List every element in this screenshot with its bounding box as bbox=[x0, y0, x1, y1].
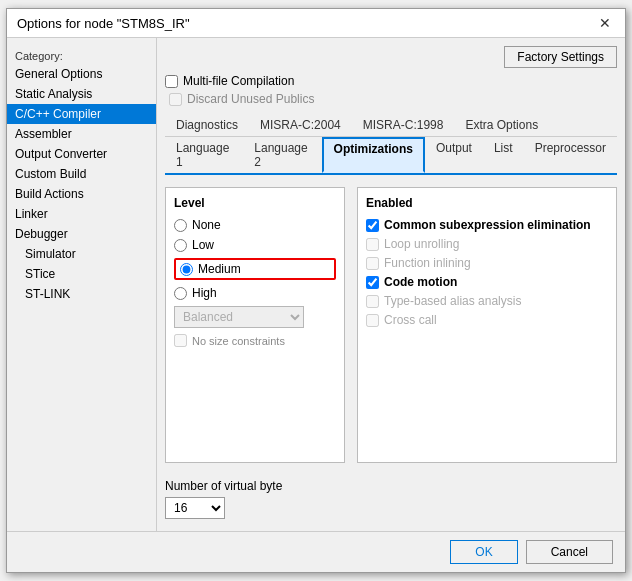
virtual-byte-select[interactable]: 16 32 64 bbox=[165, 497, 225, 519]
level-medium-label: Medium bbox=[198, 262, 241, 276]
tab-misra2004[interactable]: MISRA-C:2004 bbox=[249, 114, 352, 136]
enabled-panel: Enabled Common subexpression elimination… bbox=[357, 187, 617, 463]
check-alias-row: Type-based alias analysis bbox=[366, 294, 608, 308]
close-button[interactable]: ✕ bbox=[595, 15, 615, 31]
code-motion-checkbox[interactable] bbox=[366, 276, 379, 289]
sidebar-item-static-analysis[interactable]: Static Analysis bbox=[7, 84, 156, 104]
level-high-row: High bbox=[174, 286, 336, 300]
sidebar-item-st-link[interactable]: ST-LINK bbox=[7, 284, 156, 304]
no-size-checkbox[interactable] bbox=[174, 334, 187, 347]
dialog-footer: OK Cancel bbox=[7, 531, 625, 572]
cross-call-label: Cross call bbox=[384, 313, 437, 327]
enabled-title: Enabled bbox=[366, 196, 608, 210]
level-none-label: None bbox=[192, 218, 221, 232]
tabs-row2: Language 1 Language 2 Optimizations Outp… bbox=[165, 137, 617, 175]
check-loop-row: Loop unrolling bbox=[366, 237, 608, 251]
check-cse-row: Common subexpression elimination bbox=[366, 218, 608, 232]
multifile-row: Multi-file Compilation bbox=[165, 74, 617, 88]
discard-row: Discard Unused Publics bbox=[165, 92, 617, 106]
virtual-byte-label: Number of virtual byte bbox=[165, 479, 617, 493]
level-low-row: Low bbox=[174, 238, 336, 252]
function-checkbox[interactable] bbox=[366, 257, 379, 270]
tab-list[interactable]: List bbox=[483, 137, 524, 173]
level-none-radio[interactable] bbox=[174, 219, 187, 232]
sidebar-item-build-actions[interactable]: Build Actions bbox=[7, 184, 156, 204]
alias-checkbox[interactable] bbox=[366, 295, 379, 308]
level-high-radio[interactable] bbox=[174, 287, 187, 300]
sidebar-item-assembler[interactable]: Assembler bbox=[7, 124, 156, 144]
level-low-label: Low bbox=[192, 238, 214, 252]
loop-label: Loop unrolling bbox=[384, 237, 459, 251]
tab-language2[interactable]: Language 2 bbox=[243, 137, 321, 173]
multifile-checkbox[interactable] bbox=[165, 75, 178, 88]
discard-checkbox[interactable] bbox=[169, 93, 182, 106]
dropdown-row: Balanced bbox=[174, 306, 336, 328]
sidebar-item-cc-compiler[interactable]: C/C++ Compiler bbox=[7, 104, 156, 124]
level-medium-row: Medium bbox=[174, 258, 336, 280]
sidebar-item-stice[interactable]: STice bbox=[7, 264, 156, 284]
title-bar: Options for node "STM8S_IR" ✕ bbox=[7, 9, 625, 38]
sidebar-item-debugger[interactable]: Debugger bbox=[7, 224, 156, 244]
level-low-radio[interactable] bbox=[174, 239, 187, 252]
tab-optimizations[interactable]: Optimizations bbox=[322, 137, 425, 173]
discard-label: Discard Unused Publics bbox=[187, 92, 314, 106]
multifile-label: Multi-file Compilation bbox=[183, 74, 294, 88]
content-panel: Level None Low Medium H bbox=[165, 183, 617, 467]
tab-extra-options[interactable]: Extra Options bbox=[454, 114, 549, 136]
cse-checkbox[interactable] bbox=[366, 219, 379, 232]
level-title: Level bbox=[174, 196, 336, 210]
no-size-label: No size constraints bbox=[192, 335, 285, 347]
level-none-row: None bbox=[174, 218, 336, 232]
ok-button[interactable]: OK bbox=[450, 540, 517, 564]
sidebar: Category: General OptionsStatic Analysis… bbox=[7, 38, 157, 531]
cse-label: Common subexpression elimination bbox=[384, 218, 591, 232]
sidebar-item-linker[interactable]: Linker bbox=[7, 204, 156, 224]
factory-settings-button[interactable]: Factory Settings bbox=[504, 46, 617, 68]
category-label: Category: bbox=[7, 46, 156, 64]
level-panel: Level None Low Medium H bbox=[165, 187, 345, 463]
level-medium-radio[interactable] bbox=[180, 263, 193, 276]
function-label: Function inlining bbox=[384, 256, 471, 270]
alias-label: Type-based alias analysis bbox=[384, 294, 521, 308]
options-dialog: Options for node "STM8S_IR" ✕ Category: … bbox=[6, 8, 626, 573]
dialog-body: Category: General OptionsStatic Analysis… bbox=[7, 38, 625, 531]
virtual-byte-section: Number of virtual byte 16 32 64 bbox=[165, 475, 617, 523]
tab-preprocessor[interactable]: Preprocessor bbox=[524, 137, 617, 173]
loop-checkbox[interactable] bbox=[366, 238, 379, 251]
level-high-label: High bbox=[192, 286, 217, 300]
factory-btn-row: Factory Settings bbox=[165, 46, 617, 68]
tab-output[interactable]: Output bbox=[425, 137, 483, 173]
check-cross-call-row: Cross call bbox=[366, 313, 608, 327]
cross-call-checkbox[interactable] bbox=[366, 314, 379, 327]
sidebar-item-custom-build[interactable]: Custom Build bbox=[7, 164, 156, 184]
sidebar-item-output-converter[interactable]: Output Converter bbox=[7, 144, 156, 164]
code-motion-label: Code motion bbox=[384, 275, 457, 289]
sidebar-item-general-options[interactable]: General Options bbox=[7, 64, 156, 84]
main-content: Factory Settings Multi-file Compilation … bbox=[157, 38, 625, 531]
no-size-row: No size constraints bbox=[174, 334, 336, 347]
tabs-row1: Diagnostics MISRA-C:2004 MISRA-C:1998 Ex… bbox=[165, 114, 617, 137]
tab-diagnostics[interactable]: Diagnostics bbox=[165, 114, 249, 136]
cancel-button[interactable]: Cancel bbox=[526, 540, 613, 564]
check-code-motion-row: Code motion bbox=[366, 275, 608, 289]
sidebar-item-simulator[interactable]: Simulator bbox=[7, 244, 156, 264]
dialog-title: Options for node "STM8S_IR" bbox=[17, 16, 190, 31]
tab-language1[interactable]: Language 1 bbox=[165, 137, 243, 173]
check-function-row: Function inlining bbox=[366, 256, 608, 270]
balance-select[interactable]: Balanced bbox=[174, 306, 304, 328]
tab-misra1998[interactable]: MISRA-C:1998 bbox=[352, 114, 455, 136]
